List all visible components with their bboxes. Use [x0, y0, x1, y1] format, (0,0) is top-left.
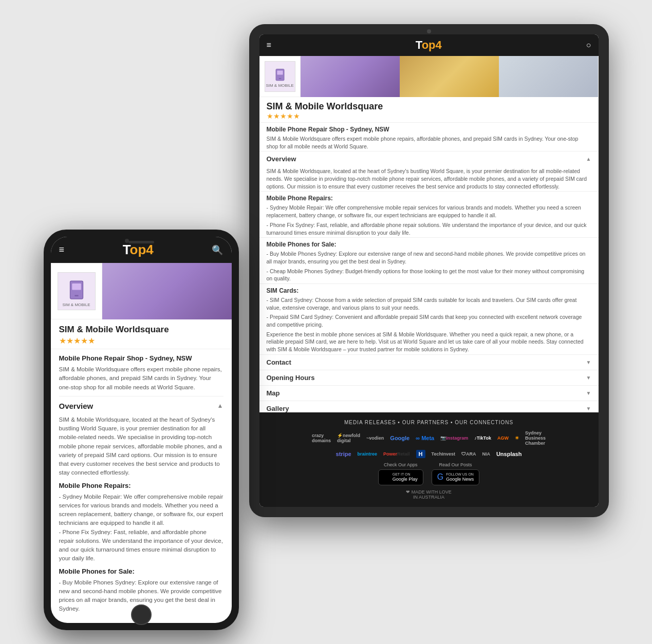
phone-repairs-section: Mobile Phone Repairs: - Sydney Mobile Re… — [59, 482, 223, 563]
partner-unsplash: Unsplash — [496, 451, 522, 457]
tablet-partners-row2: stripe braintree PowerRetail H TechInves… — [267, 450, 591, 458]
tablet-content: Mobile Phone Repair Shop - Sydney, NSW S… — [259, 122, 599, 412]
google-play-text: GET IT ON Google Play — [393, 472, 418, 482]
phone-device: ≡ Top4 🔍 SIM & MOBILE — [44, 230, 239, 630]
phone-speaker — [128, 241, 154, 243]
tablet-hero-img1 — [301, 56, 400, 97]
svg-rect-7 — [74, 295, 79, 296]
phone-business-logo: SIM & MOBILE — [58, 272, 96, 310]
partner-instagram: 📷Instagram — [440, 435, 468, 441]
tablet-gallery-label: Gallery — [267, 405, 289, 412]
tablet-partners-row1: crazydomains ⚡newfolddigital ~vodien Goo… — [267, 430, 591, 446]
phone-screen: ≡ Top4 🔍 SIM & MOBILE — [51, 237, 232, 623]
google-news-icon: G — [437, 472, 443, 482]
tablet-footer: MEDIA RELEASES • OUR PARTNERS • OUR CONN… — [259, 412, 599, 507]
tablet-cta-row: Check Our Apps ▶ GET IT ON Google Play R… — [267, 462, 591, 485]
tablet-stars: ★★★★★ — [267, 112, 591, 120]
tablet-repairs-heading: Mobile Phone Repairs: — [259, 191, 599, 203]
tablet-overview-accordion[interactable]: Overview ▲ — [259, 151, 599, 166]
tablet-overview-label: Overview — [267, 155, 296, 163]
phone-repairs-heading: Mobile Phone Repairs: — [59, 482, 223, 489]
phone-logo-label: SIM & MOBILE — [62, 302, 90, 307]
tablet-hours-chevron: ▼ — [586, 375, 591, 381]
tablet-sim1: - SIM Card Sydney: Choose from a wide se… — [259, 295, 599, 312]
partner-braintree: braintree — [358, 451, 378, 457]
tablet-gallery-accordion[interactable]: Gallery ▼ — [259, 401, 599, 412]
tablet-sim-heading: SIM Cards: — [259, 283, 599, 295]
phone-logo: Top4 — [123, 242, 154, 258]
phone-overview-accordion[interactable]: Overview ▲ — [59, 396, 223, 415]
read-posts-section: Read Our Posts G FOLLOW US ON Google New… — [432, 462, 479, 485]
tablet-map-accordion[interactable]: Map ▼ — [259, 385, 599, 401]
business-logo: SIM & MOBILE — [265, 61, 295, 92]
phone-stars: ★★★★★ — [59, 336, 223, 346]
tablet-overview-text: SIM & Mobile Worldsquare, located at the… — [259, 166, 599, 191]
tablet-repair1: - Sydney Mobile Repair: We offer compreh… — [259, 203, 599, 220]
partner-agw: AGW — [497, 435, 509, 441]
partner-sydney-chamber: SydneyBusinessChamber — [525, 430, 546, 446]
tablet-hours-label: Opening Hours — [267, 374, 315, 382]
partner-stripe: stripe — [336, 451, 351, 457]
tablet-header: ≡ Top4 ○ — [259, 34, 599, 56]
phone-camera — [125, 239, 129, 243]
partner-vodien: ~vodien — [366, 435, 384, 441]
tablet-logo: Top4 — [416, 39, 442, 52]
phone-home-button[interactable] — [131, 604, 152, 625]
tablet-media-title: MEDIA RELEASES • OUR PARTNERS • OUR CONN… — [267, 420, 591, 425]
tablet-hero-img3 — [499, 56, 598, 97]
phone-repair2: - Phone Fix Sydney: Fast, reliable, and … — [59, 528, 223, 563]
phone-overview-text: SIM & Mobile Worldsquare, located at the… — [59, 415, 223, 478]
tablet-biz-title: SIM & Mobile Worldsquare — [267, 101, 591, 112]
google-play-button[interactable]: ▶ GET IT ON Google Play — [378, 469, 423, 485]
tablet-map-chevron: ▼ — [586, 390, 591, 396]
google-news-text: FOLLOW US ON Google News — [446, 472, 474, 482]
phone-phones-heading: Mobile Phones for Sale: — [59, 567, 223, 575]
tablet-search-icon[interactable]: ○ — [586, 41, 591, 50]
tablet-screen: ≡ Top4 ○ SIM & MOBILE — [259, 34, 599, 507]
phone-category: Mobile Phone Repair Shop - Sydney, NSW — [59, 354, 223, 362]
tablet-repair2: - Phone Fix Sydney: Fast, reliable, and … — [259, 220, 599, 237]
google-news-button[interactable]: G FOLLOW US ON Google News — [432, 469, 479, 485]
phone-biz-title: SIM & Mobile Worldsquare — [59, 325, 223, 335]
tablet-phone2: - Cheap Mobile Phones Sydney: Budget-fri… — [259, 267, 599, 283]
tablet-hero-img2 — [400, 56, 499, 97]
svg-rect-2 — [277, 70, 283, 74]
logo-label: SIM & MOBILE — [266, 83, 293, 88]
partner-sunrise: ☀ — [515, 435, 519, 441]
phone-biz-header: SIM & Mobile Worldsquare ★★★★★ — [51, 319, 232, 349]
tablet-phones-heading: Mobile Phones for Sale: — [259, 237, 599, 249]
scene: ≡ Top4 ○ SIM & MOBILE — [44, 14, 609, 630]
tablet-hero: SIM & MOBILE — [259, 56, 599, 97]
partner-hilton: H — [416, 450, 425, 458]
tablet-phone1: - Buy Mobile Phones Sydney: Explore our … — [259, 249, 599, 266]
tablet-short-desc: SIM & Mobile Worldsquare offers expert m… — [259, 134, 599, 151]
partner-newfold: ⚡newfolddigital — [337, 433, 360, 443]
tablet-hours-accordion[interactable]: Opening Hours ▼ — [259, 370, 599, 385]
partner-tiktok: ♪TikTok — [474, 435, 491, 441]
partner-nia: NIA — [482, 451, 490, 457]
tablet-footer-love: ❤ MADE WITH LOVEIN AUSTRALIA — [267, 489, 591, 500]
phone-hero: SIM & MOBILE — [51, 263, 232, 319]
google-play-icon: ▶ — [384, 472, 390, 482]
check-apps-label: Check Our Apps — [378, 462, 423, 467]
phone-overview-label: Overview — [59, 402, 94, 410]
phone-repair1: - Sydney Mobile Repair: We offer compreh… — [59, 493, 223, 528]
phone-content: Mobile Phone Repair Shop - Sydney, NSW S… — [51, 349, 232, 623]
partner-powerretail: PowerRetail — [383, 451, 410, 457]
tablet-contact-accordion[interactable]: Contact ▼ — [259, 354, 599, 370]
partner-crazy-domains: crazydomains — [312, 433, 331, 443]
tablet-sim2: - Prepaid SIM Card Sydney: Convenient an… — [259, 312, 599, 329]
tablet-category: Mobile Phone Repair Shop - Sydney, NSW — [259, 122, 599, 134]
partner-meta: ∞ Meta — [416, 435, 434, 441]
phone-menu-icon[interactable]: ≡ — [59, 244, 65, 255]
phone-hero-logo: SIM & MOBILE — [51, 263, 102, 319]
tablet-map-label: Map — [267, 389, 280, 397]
tablet-menu-icon[interactable]: ≡ — [267, 41, 271, 50]
tablet-contact-label: Contact — [267, 358, 291, 366]
svg-rect-6 — [72, 283, 81, 290]
tablet-device: ≡ Top4 ○ SIM & MOBILE — [249, 24, 609, 517]
phone-short-desc: SIM & Mobile Worldsquare offers expert m… — [59, 365, 223, 392]
tablet-biz-header: SIM & Mobile Worldsquare ★★★★★ — [259, 97, 599, 122]
phone-search-button[interactable]: 🔍 — [212, 244, 223, 256]
partner-google: Google — [390, 435, 409, 441]
